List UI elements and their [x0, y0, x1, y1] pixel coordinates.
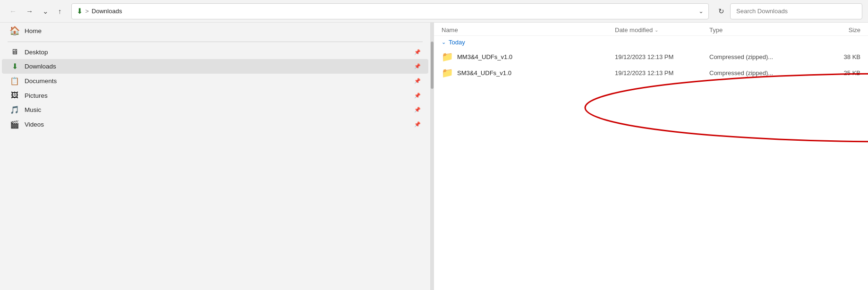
pin-icon-videos: 📌 — [414, 121, 421, 128]
breadcrumb-bar[interactable]: ⬇ > Downloads ⌄ — [71, 3, 709, 19]
pin-icon-music: 📌 — [414, 107, 421, 113]
desktop-icon: 🖥 — [9, 48, 20, 56]
col-size-label: Size — [849, 26, 860, 34]
main-area: 🏠 Home 🖥 Desktop 📌 ⬇ Downloads 📌 📋 Docum… — [0, 23, 868, 290]
column-headers: Name Date modified ⌄ Type Size — [434, 23, 868, 36]
pin-icon-pictures: 📌 — [414, 93, 421, 99]
sidebar-divider — [8, 42, 423, 42]
sidebar-label-desktop: Desktop — [25, 49, 48, 56]
col-header-date[interactable]: Date modified ⌄ — [615, 26, 709, 34]
col-type-label: Type — [709, 26, 723, 34]
file-row-sm3[interactable]: 📁 SM3&4_UDFs_v1.0 19/12/2023 12:13 PM Co… — [434, 65, 868, 81]
breadcrumb-dropdown-button[interactable]: ⌄ — [698, 8, 704, 15]
forward-button[interactable]: → — [22, 4, 37, 18]
downloads-breadcrumb-icon: ⬇ — [77, 7, 83, 16]
sidebar-item-videos[interactable]: 🎬 Videos 📌 — [2, 117, 428, 132]
sidebar-label-music: Music — [25, 106, 41, 113]
file-size-sm3: 25 KB — [813, 69, 860, 77]
file-list: ⌄ Today 📁 MM3&4_UDFs_v1.0 19/12/2023 12:… — [434, 36, 868, 290]
pin-icon-documents: 📌 — [414, 78, 421, 84]
col-header-type[interactable]: Type — [709, 26, 813, 34]
search-input[interactable] — [730, 3, 862, 19]
col-name-label: Name — [442, 26, 458, 34]
documents-icon: 📋 — [9, 77, 20, 85]
file-pane: Name Date modified ⌄ Type Size ⌄ Today — [434, 23, 868, 290]
pin-icon-downloads: 📌 — [414, 63, 421, 69]
breadcrumb-location: Downloads — [92, 8, 122, 15]
group-today[interactable]: ⌄ Today — [434, 36, 868, 49]
sort-arrow-icon: ⌄ — [655, 27, 658, 33]
file-name-mm3: MM3&4_UDFs_v1.0 — [457, 53, 512, 60]
sidebar-item-home[interactable]: 🏠 Home — [2, 23, 428, 39]
sidebar-label-pictures: Pictures — [25, 92, 48, 99]
refresh-button[interactable]: ↻ — [715, 4, 728, 18]
file-name-sm3: SM3&4_UDFs_v1.0 — [457, 69, 511, 77]
top-navigation-bar: ← → ⌄ ↑ ⬇ > Downloads ⌄ ↻ — [0, 0, 868, 23]
sidebar-label-videos: Videos — [25, 121, 44, 128]
group-chevron-icon: ⌄ — [442, 39, 446, 45]
file-type-sm3: Compressed (zipped)... — [709, 69, 813, 77]
folder-zip-icon-sm3: 📁 — [442, 67, 453, 78]
sidebar-scrollbar[interactable] — [430, 23, 434, 290]
sidebar-label-home: Home — [25, 27, 42, 34]
sidebar-label-downloads: Downloads — [25, 63, 56, 70]
sidebar: 🏠 Home 🖥 Desktop 📌 ⬇ Downloads 📌 📋 Docum… — [0, 23, 434, 290]
sidebar-item-music[interactable]: 🎵 Music 📌 — [2, 102, 428, 117]
file-row-mm3[interactable]: 📁 MM3&4_UDFs_v1.0 19/12/2023 12:13 PM Co… — [434, 49, 868, 65]
col-header-size[interactable]: Size — [813, 26, 860, 34]
col-header-name[interactable]: Name — [442, 26, 615, 34]
file-name-cell-mm3: 📁 MM3&4_UDFs_v1.0 — [442, 51, 615, 62]
downloads-icon: ⬇ — [9, 62, 20, 71]
home-icon: 🏠 — [9, 26, 20, 36]
music-icon: 🎵 — [9, 105, 20, 114]
file-date-sm3: 19/12/2023 12:13 PM — [615, 69, 709, 77]
sidebar-item-downloads[interactable]: ⬇ Downloads 📌 — [2, 59, 428, 74]
breadcrumb-separator: > — [85, 8, 89, 15]
sidebar-item-pictures[interactable]: 🖼 Pictures 📌 — [2, 88, 428, 102]
sidebar-content: 🏠 Home 🖥 Desktop 📌 ⬇ Downloads 📌 📋 Docum… — [0, 23, 430, 290]
file-date-mm3: 19/12/2023 12:13 PM — [615, 53, 709, 60]
back-button[interactable]: ← — [6, 4, 20, 18]
sidebar-item-desktop[interactable]: 🖥 Desktop 📌 — [2, 45, 428, 59]
file-type-mm3: Compressed (zipped)... — [709, 53, 813, 60]
pictures-icon: 🖼 — [9, 91, 20, 100]
scrollbar-thumb — [431, 42, 434, 89]
folder-zip-icon-mm3: 📁 — [442, 51, 453, 62]
file-name-cell-sm3: 📁 SM3&4_UDFs_v1.0 — [442, 67, 615, 78]
pin-icon-desktop: 📌 — [414, 49, 421, 55]
up-button[interactable]: ↑ — [54, 4, 66, 18]
file-size-mm3: 38 KB — [813, 53, 860, 60]
sidebar-item-documents[interactable]: 📋 Documents 📌 — [2, 74, 428, 88]
videos-icon: 🎬 — [9, 120, 20, 129]
sidebar-label-documents: Documents — [25, 77, 57, 85]
col-date-label: Date modified — [615, 26, 653, 34]
recent-locations-button[interactable]: ⌄ — [39, 4, 52, 18]
group-today-label: Today — [449, 39, 465, 46]
